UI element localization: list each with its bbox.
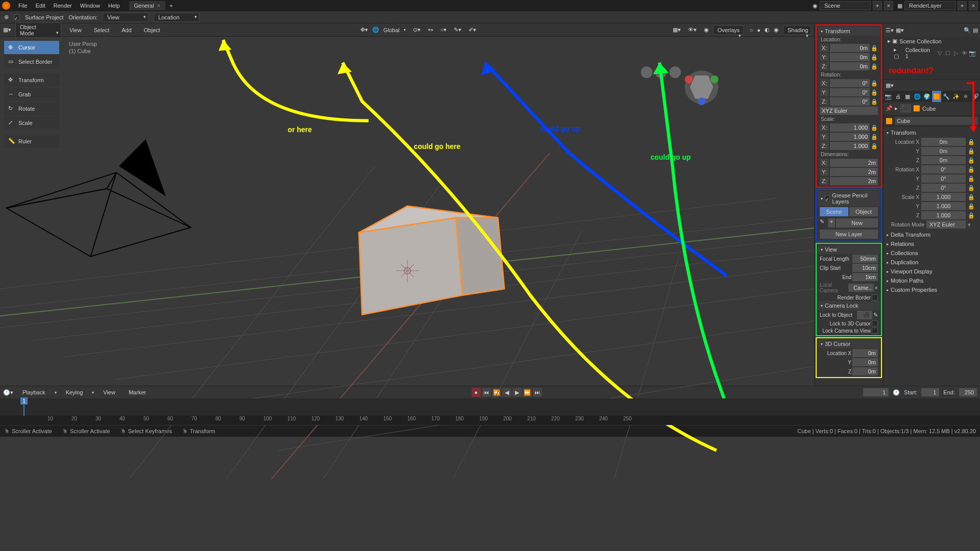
- local-camera-field[interactable]: Came..: [848, 284, 874, 292]
- add-button[interactable]: +: [828, 218, 835, 228]
- loc-y-field[interactable]: 0m: [830, 53, 870, 61]
- proportional-icon[interactable]: ○▾: [440, 27, 447, 33]
- props-transform-header[interactable]: Transform: [884, 128, 980, 137]
- viewport-visibility-icon[interactable]: 👁▾: [688, 27, 697, 33]
- tab-object[interactable]: 🟧: [932, 91, 942, 102]
- surface-project-checkbox[interactable]: [14, 14, 20, 20]
- current-frame-field[interactable]: 1: [863, 388, 889, 396]
- gpencil-icon[interactable]: ✎▾: [454, 27, 461, 33]
- tab-output[interactable]: 🖨: [893, 91, 903, 102]
- visibility-icon[interactable]: 👁: [961, 50, 968, 57]
- viewport-menu-select[interactable]: Select: [90, 27, 114, 33]
- props-loc-x[interactable]: 0m: [921, 138, 966, 146]
- rotation-mode-dropdown[interactable]: XYZ Euler: [926, 220, 966, 229]
- overlays-toggle-icon[interactable]: ◉: [704, 27, 709, 33]
- shading-dropdown[interactable]: Shading: [783, 26, 811, 35]
- menu-render[interactable]: Render: [50, 3, 76, 9]
- rot-z-field[interactable]: 0°: [830, 97, 870, 106]
- playhead[interactable]: [23, 398, 24, 416]
- viewport-menu-add[interactable]: Add: [117, 27, 136, 33]
- lock-icon[interactable]: 🔒: [871, 63, 878, 70]
- add-scene-button[interactable]: +: [873, 1, 882, 10]
- grease-new-layer-button[interactable]: New Layer: [820, 230, 878, 239]
- props-rot-x[interactable]: 0°: [921, 165, 966, 173]
- menu-file[interactable]: File: [14, 3, 32, 9]
- editor-type-icon[interactable]: ▦▾: [886, 82, 894, 89]
- lock-icon[interactable]: 🔒: [871, 80, 878, 87]
- datablock-icon[interactable]: ⬛: [900, 104, 911, 113]
- clip-start-field[interactable]: 10cm: [852, 264, 878, 272]
- viewport-3d[interactable]: ▦▾ Object Mode View Select Add Object ✥▾…: [0, 23, 814, 386]
- search-icon[interactable]: 🔍: [964, 27, 971, 34]
- lock-icon[interactable]: 🔒: [968, 157, 975, 164]
- pin-icon[interactable]: 📌: [886, 105, 893, 112]
- editor-type-icon[interactable]: ☰▾: [886, 27, 894, 34]
- clip-end-field[interactable]: 1km: [852, 273, 878, 281]
- timeline-ruler[interactable]: 1020304050607080901001101201301401501601…: [0, 416, 980, 425]
- cursor-panel-header[interactable]: 3D Cursor: [818, 339, 880, 348]
- shading-wireframe-icon[interactable]: ○: [750, 27, 753, 33]
- props-scale-x[interactable]: 1.000: [921, 193, 966, 201]
- add-layer-button[interactable]: +: [958, 1, 967, 10]
- collections-visibility-icon[interactable]: ▦▾: [673, 27, 681, 33]
- close-icon[interactable]: ×: [157, 3, 160, 9]
- shading-lookdev-icon[interactable]: ◐: [765, 27, 770, 33]
- lock-icon[interactable]: 🔒: [871, 98, 878, 105]
- pivot-icon[interactable]: ⊙▾: [413, 27, 421, 33]
- grease-object-button[interactable]: Object: [849, 207, 878, 216]
- close-icon[interactable]: ×: [875, 285, 878, 291]
- delete-layer-button[interactable]: ×: [969, 1, 978, 10]
- editor-type-icon[interactable]: ▦▾: [3, 27, 11, 33]
- filter-icon[interactable]: ▤: [973, 27, 978, 34]
- delete-scene-button[interactable]: ×: [884, 1, 893, 10]
- tab-scene[interactable]: 🌐: [913, 91, 922, 102]
- rotation-mode-dropdown[interactable]: XYZ Euler: [820, 107, 878, 115]
- viewport-menu-view[interactable]: View: [65, 27, 86, 33]
- tab-constraints[interactable]: 🔗: [970, 91, 980, 102]
- lock-icon[interactable]: 🔒: [968, 166, 975, 173]
- rot-y-field[interactable]: 0°: [830, 88, 870, 96]
- props-duplication[interactable]: Duplication: [884, 258, 980, 267]
- object-name-field[interactable]: Cube: [922, 106, 936, 112]
- tab-physics[interactable]: ⚛: [961, 91, 970, 102]
- props-scale-z[interactable]: 1.000: [921, 211, 966, 219]
- loc-x-field[interactable]: 0m: [830, 44, 870, 52]
- cursor-y-field[interactable]: 0m: [852, 358, 878, 366]
- tool-select-border[interactable]: ▭Select Border: [4, 55, 59, 68]
- props-motion-paths[interactable]: Motion Paths: [884, 276, 980, 285]
- focal-field[interactable]: 50mm: [852, 255, 878, 263]
- lock-icon[interactable]: 🔒: [871, 124, 878, 131]
- add-workspace-button[interactable]: +: [165, 3, 177, 9]
- end-frame-field[interactable]: 250: [959, 388, 977, 396]
- gizmo-icon[interactable]: ✥▾: [360, 27, 368, 33]
- rot-x-field[interactable]: 0°: [830, 79, 870, 87]
- lock-icon[interactable]: 🔒: [871, 54, 878, 61]
- orientation-value[interactable]: Global: [383, 27, 400, 33]
- loc-z-field[interactable]: 0m: [830, 62, 870, 70]
- props-relations[interactable]: Relations: [884, 239, 980, 248]
- cursor-z-field[interactable]: 0m: [852, 367, 878, 375]
- scale-y-field[interactable]: 1.000: [830, 133, 870, 141]
- lock-icon[interactable]: 🔒: [968, 212, 975, 219]
- lock-icon[interactable]: 🔒: [968, 185, 975, 191]
- scale-z-field[interactable]: 1.000: [830, 142, 870, 150]
- orientation-dropdown[interactable]: View: [103, 13, 149, 22]
- lock-icon[interactable]: 🔒: [968, 139, 975, 145]
- preview-range-icon[interactable]: 🕐: [893, 389, 900, 396]
- props-rot-z[interactable]: 0°: [921, 184, 966, 192]
- exclude-icon[interactable]: ☐: [944, 50, 951, 57]
- annotation-icon[interactable]: ✐▾: [469, 27, 476, 33]
- tool-cursor[interactable]: ⊕Cursor: [4, 41, 59, 54]
- tab-viewlayer[interactable]: ▦: [903, 91, 913, 102]
- selectable-icon[interactable]: ▷: [952, 50, 960, 57]
- lock-icon[interactable]: 🔒: [871, 143, 878, 149]
- cursor-x-field[interactable]: 0m: [852, 349, 878, 357]
- tab-particles[interactable]: ✨: [951, 91, 961, 102]
- shading-rendered-icon[interactable]: ◉: [774, 27, 779, 33]
- tool-transform[interactable]: ✥Transform: [4, 73, 59, 87]
- dim-x-field[interactable]: 2m: [830, 159, 878, 167]
- location-dropdown[interactable]: Location: [154, 13, 200, 22]
- grease-checkbox[interactable]: [825, 195, 830, 202]
- lock-icon[interactable]: 🔒: [871, 134, 878, 140]
- object-name-input[interactable]: Cube: [895, 117, 978, 125]
